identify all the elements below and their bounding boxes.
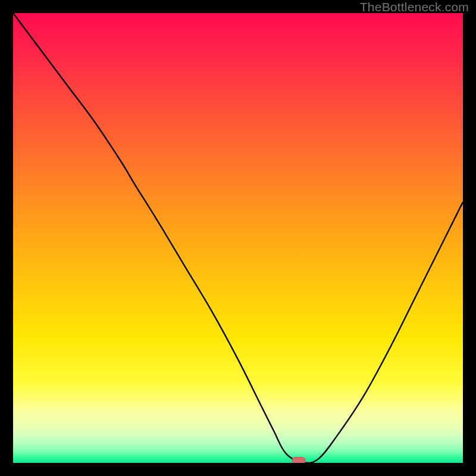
plot-area xyxy=(13,13,463,463)
optimum-marker xyxy=(292,458,305,464)
bottleneck-chart xyxy=(13,13,463,463)
chart-frame: TheBottleneck.com xyxy=(0,0,476,476)
watermark-text: TheBottleneck.com xyxy=(360,0,469,14)
gradient-background xyxy=(13,13,463,463)
